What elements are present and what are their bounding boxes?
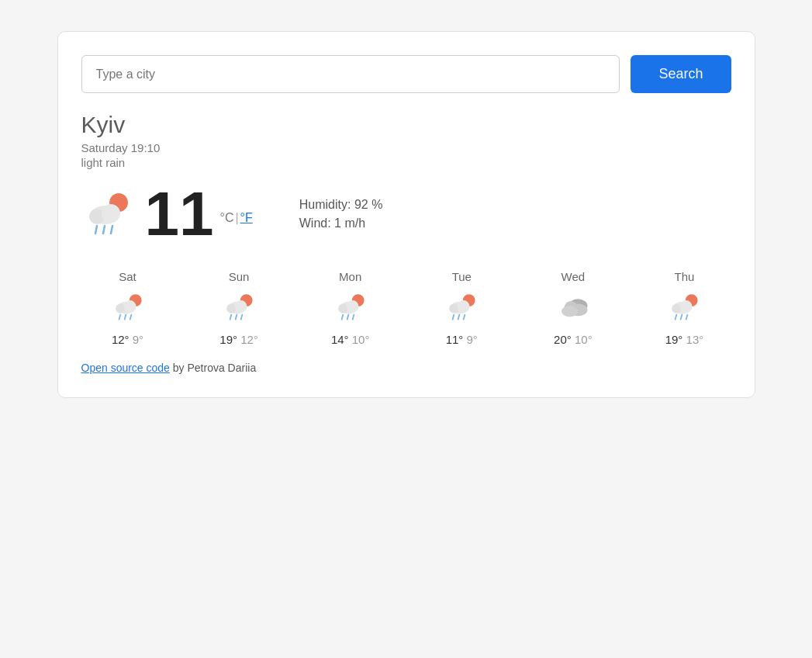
forecast-low: 9° — [467, 333, 478, 346]
weather-stats: Humidity: 92 % Wind: 1 m/h — [299, 198, 383, 230]
forecast-icon — [333, 289, 368, 327]
forecast-low: 10° — [352, 333, 370, 346]
search-button[interactable]: Search — [631, 55, 731, 93]
forecast-day-name: Thu — [675, 270, 695, 283]
svg-line-34 — [464, 315, 465, 320]
city-search-input[interactable] — [81, 55, 620, 93]
unit-toggle: °C | °F — [219, 211, 252, 225]
svg-line-19 — [236, 315, 237, 320]
forecast-day-name: Mon — [339, 270, 361, 283]
svg-point-10 — [123, 300, 136, 313]
forecast-icon — [444, 289, 479, 327]
svg-line-27 — [352, 315, 354, 320]
forecast-high: 19° — [665, 333, 683, 346]
forecast-high: 12° — [112, 333, 130, 346]
forecast-high: 14° — [331, 333, 349, 346]
svg-point-3 — [102, 204, 120, 223]
svg-line-45 — [686, 315, 688, 320]
forecast-temps: 19° 12° — [219, 333, 258, 346]
footer-attribution: by Petrova Dariia — [170, 362, 256, 374]
svg-line-6 — [111, 226, 112, 234]
forecast-low: 9° — [133, 333, 143, 346]
city-name: Kyiv — [81, 112, 731, 138]
forecast-low: 10° — [575, 333, 593, 346]
forecast-day: Sun 19° 12° — [200, 270, 278, 346]
svg-point-41 — [672, 303, 682, 313]
unit-fahrenheit[interactable]: °F — [240, 211, 253, 225]
forecast-icon — [111, 289, 145, 327]
forecast-row: Sat 12° 9°Sun 19° 12°Mon — [81, 270, 731, 346]
forecast-high: 19° — [219, 333, 237, 346]
forecast-low: 12° — [240, 333, 258, 346]
svg-line-25 — [341, 315, 343, 320]
svg-point-17 — [235, 300, 247, 313]
forecast-day: Tue 11° 9° — [423, 270, 500, 346]
humidity-stat: Humidity: 92 % — [299, 198, 383, 212]
svg-line-18 — [230, 315, 232, 320]
svg-line-13 — [130, 315, 131, 320]
search-row: Search — [81, 55, 731, 93]
svg-point-42 — [680, 300, 693, 313]
forecast-high: 20° — [554, 333, 572, 346]
forecast-icon — [556, 289, 590, 327]
forecast-temps: 11° 9° — [446, 333, 478, 346]
svg-line-11 — [119, 315, 120, 320]
svg-line-4 — [95, 226, 97, 234]
footer: Open source code by Petrova Dariia — [81, 362, 731, 374]
forecast-day: Wed 20° 10° — [534, 270, 612, 346]
svg-point-9 — [116, 303, 125, 313]
svg-line-12 — [124, 315, 126, 320]
forecast-day: Mon 14° 10° — [312, 270, 389, 346]
weather-widget: Search Kyiv Saturday 19:10 light rain 11… — [57, 31, 755, 398]
svg-line-44 — [681, 315, 682, 320]
svg-line-5 — [103, 226, 105, 234]
svg-line-26 — [347, 315, 348, 320]
current-weather-row: 11 °C | °F Humidity: 92 % Wind: 1 m/h — [81, 183, 731, 245]
forecast-icon — [667, 289, 701, 327]
forecast-high: 11° — [446, 333, 464, 346]
svg-line-20 — [241, 315, 243, 320]
svg-line-33 — [458, 315, 460, 320]
forecast-day-name: Wed — [561, 270, 586, 283]
forecast-icon — [222, 289, 256, 327]
city-date: Saturday 19:10 — [81, 141, 731, 154]
svg-point-31 — [458, 300, 470, 313]
svg-line-32 — [453, 315, 454, 320]
forecast-day: Thu 19° 13° — [645, 270, 723, 346]
svg-point-23 — [338, 303, 347, 313]
forecast-temps: 14° 10° — [331, 333, 370, 346]
forecast-temps: 20° 10° — [554, 333, 593, 346]
current-temperature: 11 — [145, 183, 214, 245]
forecast-day-name: Tue — [452, 270, 472, 283]
svg-line-43 — [676, 315, 677, 320]
forecast-day-name: Sat — [119, 270, 136, 283]
forecast-day-name: Sun — [229, 270, 250, 283]
current-weather-icon — [81, 185, 145, 243]
unit-celsius: °C — [219, 211, 233, 225]
forecast-temps: 12° 9° — [112, 333, 143, 346]
unit-separator: | — [235, 211, 238, 225]
forecast-day: Sat 12° 9° — [89, 270, 167, 346]
city-condition: light rain — [81, 156, 731, 169]
svg-point-16 — [226, 303, 236, 313]
svg-point-38 — [561, 306, 578, 317]
svg-point-30 — [449, 303, 458, 313]
forecast-low: 13° — [686, 333, 704, 346]
forecast-temps: 19° 13° — [665, 333, 704, 346]
source-code-link[interactable]: Open source code — [81, 362, 170, 374]
svg-point-24 — [346, 300, 358, 313]
wind-stat: Wind: 1 m/h — [299, 216, 383, 230]
